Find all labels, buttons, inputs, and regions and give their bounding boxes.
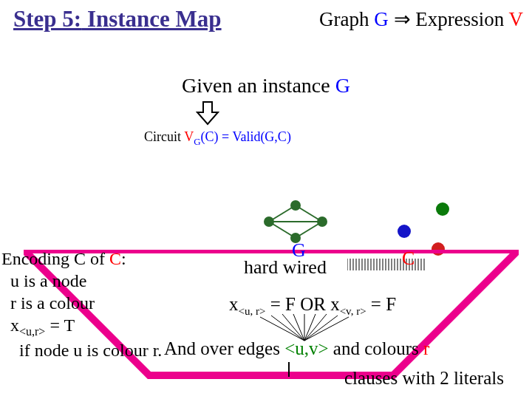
tr-implies: ⇒ Expression [389, 8, 509, 30]
enc4a: x [1, 316, 19, 335]
title-rest: Instance Map [81, 6, 221, 32]
al-uv: <u,v> [284, 338, 328, 358]
enc1c: : [121, 249, 126, 268]
svg-line-37 [260, 317, 304, 341]
circuit-rest: (C) = Valid(G,C) [201, 129, 291, 144]
svg-line-39 [282, 314, 304, 341]
given-g: G [335, 74, 350, 97]
al-mid: and colours [329, 338, 423, 358]
circuit-line: Circuit VG(C) = Valid(G,C) [144, 129, 291, 148]
svg-line-45 [304, 317, 349, 341]
enc4sub: <u,r> [19, 325, 45, 338]
and-line: And over edges <u,v> and colours r [164, 338, 429, 359]
encoding-block: Encoding C of C: u is a node r is a colo… [1, 248, 162, 361]
enc4b: = T [45, 316, 75, 335]
label-c: C [402, 248, 415, 270]
given-line: Given an instance G [0, 74, 532, 98]
tr-v: V [509, 8, 524, 30]
hatch-region [347, 259, 429, 273]
dot-green [436, 202, 449, 216]
svg-line-43 [304, 314, 327, 341]
tr-prefix: Graph [319, 8, 374, 30]
al-prefix: And over edges [164, 338, 284, 358]
enc1a: Encoding C of [1, 249, 109, 268]
enc-line4: x<u,r> = T [1, 314, 162, 339]
svg-point-6 [264, 216, 274, 227]
enc1b: C [109, 249, 121, 268]
slide-title: Step 5: Instance Map [13, 6, 222, 33]
f-x1: x [229, 294, 239, 314]
tr-g: G [374, 8, 389, 30]
short-bar-icon [288, 362, 290, 377]
clauses-line: clauses with 2 literals [344, 368, 504, 389]
down-arrow-icon [194, 100, 221, 130]
svg-point-7 [317, 216, 327, 227]
enc-line1: Encoding C of C: [1, 248, 162, 270]
dot-blue [398, 225, 411, 238]
label-hardwired: hard wired [244, 256, 327, 279]
enc-line5: if node u is colour r. [1, 339, 162, 361]
circuit-label: Circuit [144, 129, 184, 144]
circuit-vg: V [184, 129, 194, 144]
enc-line3: r is a colour [1, 292, 162, 314]
circuit-gsub: G [194, 136, 200, 147]
f-end: = F [366, 294, 397, 314]
given-prefix: Given an instance [182, 74, 335, 97]
svg-point-5 [290, 200, 301, 211]
enc-line2: u is a node [1, 270, 162, 292]
title-step: Step 5: [13, 6, 81, 32]
al-r: r [423, 338, 429, 358]
title-right: Graph G ⇒ Expression V [319, 7, 523, 31]
